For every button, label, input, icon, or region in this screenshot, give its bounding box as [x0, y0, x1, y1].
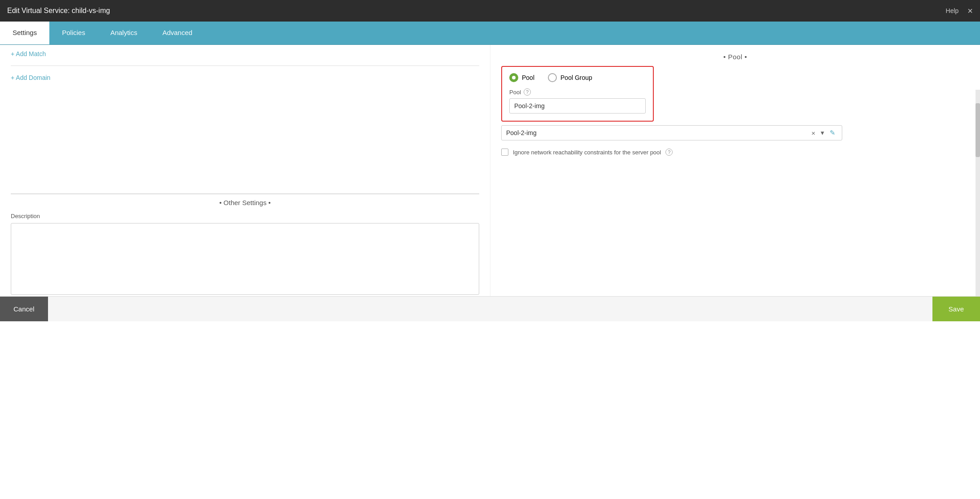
ignore-network-help-icon[interactable]: ? — [665, 149, 673, 156]
bottom-bar: Cancel Save — [0, 296, 980, 321]
pool-selected-value: Pool-2-img — [510, 99, 645, 113]
pool-selection-box: Pool Pool Group Pool ? Pool-2-img — [501, 66, 654, 122]
other-settings-header: • Other Settings • — [11, 194, 479, 213]
pool-full-actions: × ▾ ✎ — [809, 127, 842, 139]
pool-section-header: • Pool • — [501, 45, 969, 66]
pool-label-row: Pool ? — [509, 88, 646, 96]
other-settings-section: • Other Settings • Description — [11, 193, 479, 296]
tab-advanced[interactable]: Advanced — [150, 22, 205, 44]
pool-radio-label: Pool — [522, 74, 534, 81]
pool-group-radio-option[interactable]: Pool Group — [548, 73, 592, 82]
save-button[interactable]: Save — [932, 297, 980, 322]
tab-analytics[interactable]: Analytics — [98, 22, 150, 44]
content-wrapper: + Add Match + Add Domain • Other Setting… — [0, 45, 980, 296]
tab-settings[interactable]: Settings — [0, 22, 49, 44]
ignore-network-checkbox[interactable] — [501, 149, 508, 156]
pool-radio-option[interactable]: Pool — [509, 73, 534, 82]
pool-field-label: Pool — [509, 89, 521, 96]
dialog-title: Edit Virtual Service: child-vs-img — [7, 7, 110, 15]
title-bar-actions: Help × — [946, 6, 973, 15]
scrollbar[interactable] — [976, 90, 980, 296]
pool-input-row: Pool-2-img — [509, 98, 646, 114]
pool-group-radio-button[interactable] — [548, 73, 557, 82]
tab-policies[interactable]: Policies — [49, 22, 98, 44]
radio-group: Pool Pool Group — [509, 73, 646, 82]
description-label: Description — [11, 213, 479, 219]
pool-clear-button[interactable]: × — [809, 127, 818, 139]
title-bar: Edit Virtual Service: child-vs-img Help … — [0, 0, 980, 22]
divider-1 — [11, 66, 479, 66]
pool-dropdown-button[interactable]: ▾ — [818, 127, 827, 139]
add-domain-link[interactable]: + Add Domain — [11, 70, 50, 86]
pool-radio-button[interactable] — [509, 73, 518, 82]
right-panel: • Pool • Pool Pool Group — [490, 45, 980, 296]
ignore-network-label: Ignore network reachability constraints … — [513, 149, 661, 156]
pool-radio-inner — [512, 76, 516, 79]
help-link[interactable]: Help — [946, 7, 959, 14]
pool-edit-button[interactable]: ✎ — [827, 127, 838, 139]
close-button[interactable]: × — [967, 6, 973, 15]
description-textarea[interactable] — [11, 223, 479, 295]
pool-group-radio-label: Pool Group — [560, 74, 592, 81]
pool-full-value: Pool-2-img — [502, 126, 809, 140]
ignore-network-row: Ignore network reachability constraints … — [501, 149, 673, 156]
pool-help-icon[interactable]: ? — [524, 88, 531, 96]
add-match-link[interactable]: + Add Match — [11, 45, 46, 62]
scrollbar-thumb[interactable] — [976, 103, 980, 157]
left-panel: + Add Match + Add Domain • Other Setting… — [0, 45, 490, 296]
tabs-bar: Settings Policies Analytics Advanced — [0, 22, 980, 45]
cancel-button[interactable]: Cancel — [0, 297, 48, 322]
